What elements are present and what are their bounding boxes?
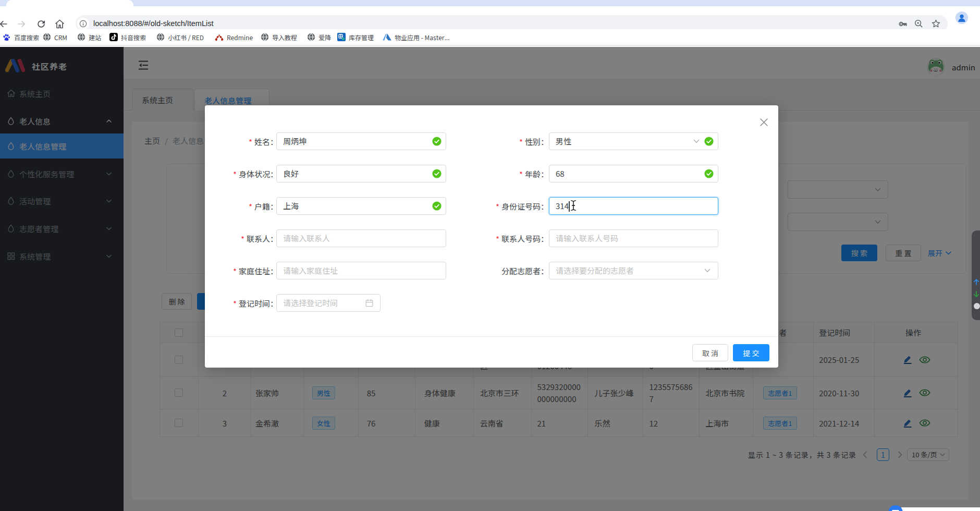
field-label-hukou: *户籍：: [222, 197, 278, 215]
widget-circle-icon[interactable]: [974, 303, 980, 309]
field-label-text: 分配志愿者：: [501, 265, 548, 276]
field-label-address: *家庭住址：: [222, 262, 278, 279]
browser-chrome: localhost:8088/#/old-sketch/ItemList 百度搜…: [0, 0, 980, 47]
bookmark-item[interactable]: Redmine: [215, 29, 253, 45]
gender-select[interactable]: 男性: [549, 132, 718, 150]
bookmark-label: 导入教程: [272, 33, 297, 42]
register-time-placeholder: 请选择登记时间: [283, 295, 338, 311]
hukou-input[interactable]: 上海: [276, 197, 446, 215]
field-label-text: 年龄：: [525, 168, 548, 179]
globe-icon: [43, 33, 51, 41]
bookmark-item[interactable]: 库存管理: [337, 29, 374, 45]
volunteer-select[interactable]: 请选择要分配的志愿者: [549, 262, 718, 279]
bookmark-label: 库存管理: [349, 33, 374, 42]
bookmark-item[interactable]: 爱降: [307, 29, 331, 45]
required-asterisk: *: [233, 168, 237, 179]
tiktok-icon: [109, 33, 118, 41]
scroll-down-icon[interactable]: [974, 291, 979, 297]
globe-icon: [261, 33, 269, 41]
close-icon[interactable]: [760, 118, 768, 127]
screen: localhost:8088/#/old-sketch/ItemList 百度搜…: [0, 0, 980, 511]
bookmark-item[interactable]: 物业应用 - Master...: [383, 29, 450, 45]
field-label-text: 联系人：: [247, 233, 278, 244]
address-placeholder: 请输入家庭住址: [283, 262, 338, 279]
corner-popup: [901, 507, 980, 511]
dialog-footer: 取 消 提 交: [205, 336, 778, 368]
contact-phone-input[interactable]: 请输入联系人号码: [549, 229, 718, 247]
field-label-text: 联系人号码：: [501, 233, 548, 244]
bookmark-item[interactable]: 小红书 / RED: [156, 29, 204, 45]
bookmark-label: 爱降: [318, 33, 331, 42]
hukou-value: 上海: [283, 198, 299, 214]
field-label-text: 身份证号码：: [501, 201, 548, 212]
chevron-down-icon: [703, 266, 712, 275]
bookmark-item[interactable]: 抖音搜索: [109, 29, 146, 45]
globe-icon: [77, 33, 85, 41]
site-info-icon[interactable]: [79, 20, 87, 28]
bookmark-item[interactable]: 百度搜索: [2, 29, 39, 45]
contact-phone-placeholder: 请输入联系人号码: [556, 230, 618, 247]
required-asterisk: *: [233, 298, 237, 309]
contact-placeholder: 请输入联系人: [283, 230, 330, 247]
required-asterisk: *: [496, 201, 499, 212]
zoom-icon[interactable]: [914, 19, 924, 29]
inventory-app-icon: [337, 33, 346, 41]
bookmarks-bar: 百度搜索 CRM 建站 抖音搜索 小红书 / RED Redmine 导入教程: [0, 29, 980, 46]
bookmark-star-icon[interactable]: [931, 19, 941, 29]
field-label-gender: *性别：: [484, 132, 548, 150]
bookmark-label: 抖音搜索: [121, 33, 146, 42]
submit-button[interactable]: 提 交: [733, 344, 769, 361]
required-asterisk: *: [249, 201, 252, 212]
bookmark-label: CRM: [54, 33, 67, 42]
valid-check-icon: [704, 137, 714, 146]
forward-icon[interactable]: [16, 19, 27, 29]
redmine-icon: [215, 33, 224, 41]
age-value: 68: [556, 165, 565, 182]
register-time-input[interactable]: 请选择登记时间: [276, 294, 381, 312]
scroll-up-icon[interactable]: [974, 279, 979, 285]
azure-icon: [383, 33, 391, 41]
age-input[interactable]: 68: [549, 165, 718, 182]
address-input[interactable]: 请输入家庭住址: [276, 262, 446, 279]
valid-check-icon: [432, 201, 442, 211]
home-icon[interactable]: [54, 19, 65, 30]
baidu-icon: [2, 33, 11, 42]
bookmark-label: 百度搜索: [14, 33, 39, 42]
bookmark-label: 物业应用 - Master...: [395, 33, 450, 42]
bookmark-item[interactable]: 建站: [77, 29, 101, 45]
required-asterisk: *: [519, 136, 523, 147]
name-input[interactable]: 周炳坤: [276, 132, 446, 150]
browser-active-tab[interactable]: [6, 0, 133, 6]
extension-edge-widget[interactable]: [972, 230, 980, 320]
name-value: 周炳坤: [283, 133, 307, 150]
field-label-age: *年龄：: [484, 165, 548, 182]
field-label-text: 户籍：: [254, 201, 278, 212]
profile-avatar[interactable]: [956, 11, 968, 24]
bookmark-label: Redmine: [227, 33, 253, 42]
field-label-name: *姓名：: [222, 132, 278, 150]
app-viewport: 社区养老 系统主页 老人信息 老人信息管理 个性化服务管理 活动管理 志愿者管理…: [0, 47, 980, 511]
bookmark-item[interactable]: 导入教程: [261, 29, 297, 45]
health-value: 良好: [283, 165, 299, 182]
required-asterisk: *: [233, 265, 237, 276]
required-asterisk: *: [496, 233, 499, 244]
valid-check-icon: [432, 169, 442, 178]
bookmark-label: 建站: [89, 33, 101, 42]
health-input[interactable]: 良好: [276, 165, 446, 182]
field-label-text: 登记时间：: [239, 298, 278, 309]
chevron-down-icon: [692, 137, 701, 145]
mouse-ibeam-cursor: [570, 200, 577, 211]
back-icon[interactable]: [0, 19, 9, 29]
globe-icon: [307, 33, 315, 41]
password-key-icon[interactable]: [898, 19, 908, 29]
browser-toolbar: localhost:8088/#/old-sketch/ItemList: [0, 6, 980, 29]
required-asterisk: *: [249, 136, 252, 147]
valid-check-icon: [432, 137, 442, 146]
reload-icon[interactable]: [36, 19, 46, 29]
required-asterisk: *: [241, 233, 244, 244]
idcard-value: 314: [556, 198, 569, 214]
cancel-button[interactable]: 取 消: [692, 344, 728, 361]
bookmark-item[interactable]: CRM: [43, 29, 67, 45]
field-label-text: 家庭住址：: [239, 265, 278, 276]
contact-input[interactable]: 请输入联系人: [276, 229, 446, 247]
